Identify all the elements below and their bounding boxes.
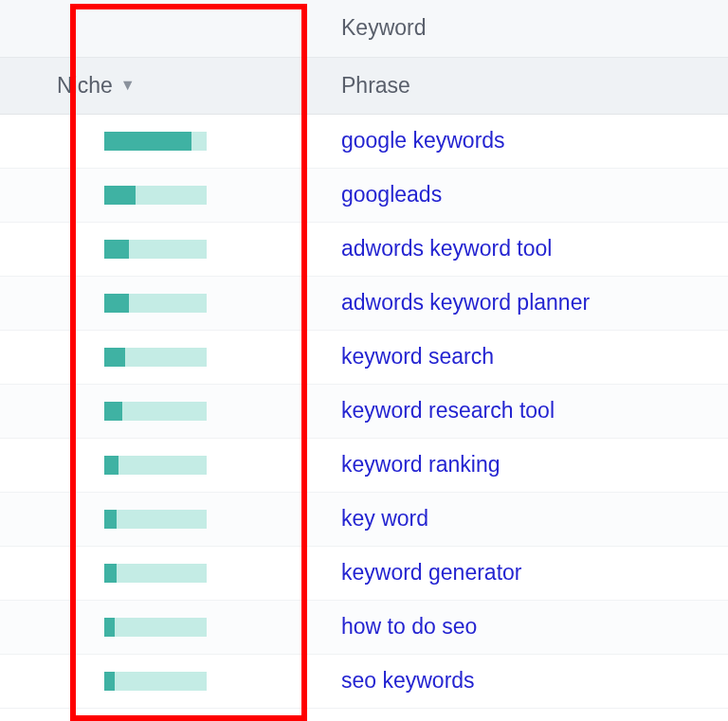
niche-bar bbox=[104, 672, 207, 691]
phrase-cell: key word bbox=[322, 492, 728, 546]
table-row: keyword ranking bbox=[0, 438, 728, 492]
niche-column-header[interactable]: Niche ▼ bbox=[0, 57, 322, 114]
niche-bar-fill bbox=[104, 240, 129, 259]
niche-cell bbox=[0, 546, 322, 600]
table-row: keyword generator bbox=[0, 546, 728, 600]
table-row: keyword search bbox=[0, 330, 728, 384]
phrase-cell: keyword ranking bbox=[322, 438, 728, 492]
group-header-keyword: Keyword bbox=[322, 0, 728, 57]
niche-bar-fill bbox=[104, 456, 118, 475]
niche-cell bbox=[0, 492, 322, 546]
niche-bar bbox=[104, 132, 207, 151]
phrase-cell: googleads bbox=[322, 168, 728, 222]
niche-cell bbox=[0, 600, 322, 654]
phrase-link[interactable]: adwords keyword planner bbox=[341, 290, 590, 315]
phrase-link[interactable]: adwords keyword tool bbox=[341, 236, 552, 261]
phrase-cell: seo keywords bbox=[322, 654, 728, 708]
niche-bar-fill bbox=[104, 564, 117, 583]
niche-cell bbox=[0, 276, 322, 330]
phrase-cell: keyword generator bbox=[322, 546, 728, 600]
table-row: googleads bbox=[0, 168, 728, 222]
niche-bar-fill bbox=[104, 294, 129, 313]
phrase-cell: adwords keyword planner bbox=[322, 276, 728, 330]
phrase-link[interactable]: keyword ranking bbox=[341, 452, 500, 477]
keyword-table: Keyword Niche ▼ Phrase google keywordsgo… bbox=[0, 0, 728, 709]
table-row: seo keywords bbox=[0, 654, 728, 708]
sort-desc-icon: ▼ bbox=[120, 77, 136, 94]
niche-bar-fill bbox=[104, 402, 122, 421]
niche-cell bbox=[0, 168, 322, 222]
niche-cell bbox=[0, 384, 322, 438]
phrase-link[interactable]: key word bbox=[341, 506, 428, 531]
niche-bar-fill bbox=[104, 510, 117, 529]
phrase-link[interactable]: googleads bbox=[341, 182, 442, 207]
niche-bar bbox=[104, 618, 207, 637]
niche-bar-fill bbox=[104, 348, 125, 367]
phrase-cell: google keywords bbox=[322, 114, 728, 168]
niche-bar-fill bbox=[104, 186, 136, 205]
phrase-link[interactable]: how to do seo bbox=[341, 614, 477, 639]
table-row: how to do seo bbox=[0, 600, 728, 654]
niche-bar bbox=[104, 510, 207, 529]
niche-cell bbox=[0, 438, 322, 492]
niche-bar-fill bbox=[104, 618, 115, 637]
phrase-cell: how to do seo bbox=[322, 600, 728, 654]
niche-bar bbox=[104, 186, 207, 205]
niche-bar bbox=[104, 240, 207, 259]
niche-bar-fill bbox=[104, 672, 115, 691]
niche-bar bbox=[104, 456, 207, 475]
table-row: google keywords bbox=[0, 114, 728, 168]
niche-cell bbox=[0, 654, 322, 708]
phrase-cell: keyword search bbox=[322, 330, 728, 384]
table-row: keyword research tool bbox=[0, 384, 728, 438]
niche-bar-fill bbox=[104, 132, 191, 151]
phrase-link[interactable]: keyword generator bbox=[341, 560, 522, 585]
phrase-link[interactable]: google keywords bbox=[341, 128, 505, 153]
niche-cell bbox=[0, 330, 322, 384]
group-header-spacer bbox=[0, 0, 322, 57]
table-row: adwords keyword planner bbox=[0, 276, 728, 330]
table-row: adwords keyword tool bbox=[0, 222, 728, 276]
sub-header-row: Niche ▼ Phrase bbox=[0, 57, 728, 114]
niche-header-label: Niche bbox=[57, 73, 113, 99]
phrase-link[interactable]: seo keywords bbox=[341, 668, 475, 693]
niche-cell bbox=[0, 114, 322, 168]
phrase-link[interactable]: keyword search bbox=[341, 344, 494, 369]
phrase-column-header[interactable]: Phrase bbox=[322, 57, 728, 114]
phrase-cell: keyword research tool bbox=[322, 384, 728, 438]
phrase-cell: adwords keyword tool bbox=[322, 222, 728, 276]
table-row: key word bbox=[0, 492, 728, 546]
niche-bar bbox=[104, 564, 207, 583]
phrase-link[interactable]: keyword research tool bbox=[341, 398, 555, 423]
niche-bar bbox=[104, 294, 207, 313]
niche-bar bbox=[104, 402, 207, 421]
niche-bar bbox=[104, 348, 207, 367]
group-header-row: Keyword bbox=[0, 0, 728, 57]
niche-cell bbox=[0, 222, 322, 276]
